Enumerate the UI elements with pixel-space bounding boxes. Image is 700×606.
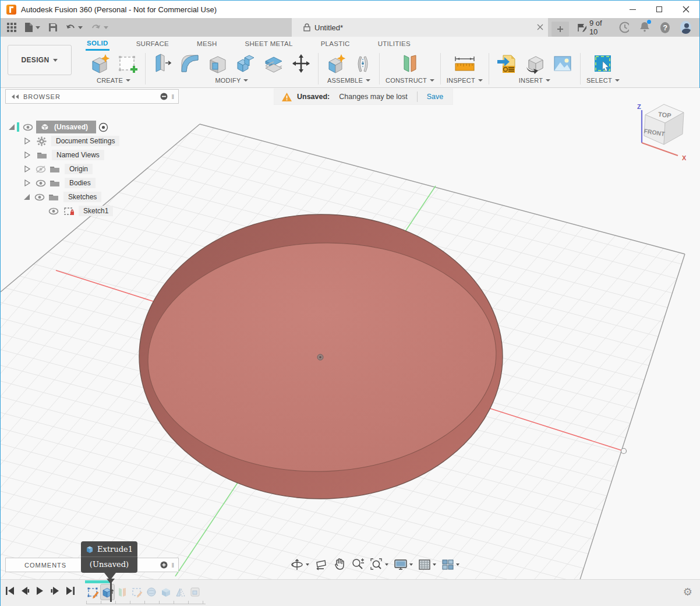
profile-avatar[interactable] — [680, 21, 691, 34]
undo-button[interactable] — [65, 23, 83, 32]
tab-plastic[interactable]: PLASTIC — [320, 38, 351, 50]
visibility-eye-icon[interactable] — [34, 193, 45, 201]
create-sketch-icon[interactable] — [116, 52, 139, 75]
origin-point[interactable] — [317, 354, 323, 360]
job-status-clock-icon[interactable] — [619, 22, 629, 33]
free-documents-counter[interactable]: 9 of 10 — [577, 19, 609, 36]
press-pull-icon[interactable] — [151, 52, 174, 75]
timeline-feature-extrude1[interactable] — [100, 584, 115, 600]
create-dropdown[interactable]: CREATE — [97, 77, 130, 84]
construct-plane-icon[interactable] — [398, 52, 422, 75]
collapsed-arrow-icon[interactable] — [24, 179, 31, 187]
tab-solid[interactable]: SOLID — [86, 37, 109, 51]
view-cube[interactable]: TOP FRONT Z X — [637, 103, 687, 161]
new-component-icon[interactable] — [324, 52, 348, 75]
data-panel-icon[interactable] — [6, 22, 16, 33]
browser-item-sketch1[interactable]: Sketch1 — [5, 205, 113, 217]
browser-item-named-views[interactable]: Named Views — [5, 149, 104, 161]
root-selection-highlight[interactable]: (Unsaved) — [36, 121, 96, 133]
close-button[interactable] — [673, 1, 699, 18]
pan-button[interactable] — [333, 558, 346, 571]
expanded-arrow-icon[interactable] — [8, 123, 16, 131]
insert-svg-icon[interactable] — [495, 52, 518, 75]
save-link[interactable]: Save — [419, 90, 452, 104]
combine-icon[interactable] — [234, 52, 257, 75]
step-forward-button[interactable] — [51, 586, 60, 596]
timeline-position-marker[interactable] — [110, 581, 112, 602]
maximize-button[interactable] — [646, 1, 673, 18]
tab-close-button[interactable] — [537, 22, 543, 33]
timeline-feature-mirror[interactable] — [173, 584, 188, 600]
insert-mesh-icon[interactable] — [523, 52, 546, 75]
browser-panel-header[interactable]: BROWSER ‖ — [5, 89, 179, 104]
grid-settings-button[interactable] — [418, 558, 436, 571]
fillet-icon[interactable] — [178, 52, 201, 75]
collapse-panel-icon[interactable] — [10, 94, 20, 100]
expanded-arrow-icon[interactable] — [23, 193, 31, 201]
minimize-button[interactable] — [619, 1, 646, 18]
axis-end-handle[interactable] — [621, 449, 627, 454]
remove-panel-icon[interactable] — [160, 93, 168, 100]
go-to-start-button[interactable] — [5, 586, 15, 596]
tab-sheet-metal[interactable]: SHEET METAL — [244, 38, 294, 50]
look-at-button[interactable] — [314, 558, 328, 571]
go-to-end-button[interactable] — [66, 586, 75, 596]
model-viewport[interactable]: TOP FRONT Z X Unsaved: Changes may be lo… — [1, 88, 700, 606]
tab-mesh[interactable]: MESH — [196, 38, 218, 50]
collapsed-arrow-icon[interactable] — [24, 137, 31, 145]
tab-utilities[interactable]: UTILITIES — [377, 38, 412, 50]
visibility-off-eye-icon[interactable] — [36, 165, 46, 173]
browser-item-bodies[interactable]: Bodies — [5, 177, 96, 189]
inspect-dropdown[interactable]: INSPECT — [447, 77, 483, 84]
redo-button[interactable] — [91, 23, 108, 32]
new-tab-button[interactable] — [551, 22, 569, 37]
visibility-eye-icon[interactable] — [36, 179, 46, 187]
new-solid-icon[interactable] — [88, 52, 111, 75]
canvas-icon[interactable] — [551, 52, 574, 75]
insert-dropdown[interactable]: INSERT — [519, 77, 550, 84]
panel-grip[interactable]: ‖ — [171, 562, 175, 569]
notifications-button[interactable] — [639, 21, 650, 34]
construct-dropdown[interactable]: CONSTRUCT — [386, 77, 434, 84]
select-dropdown[interactable]: SELECT — [586, 77, 620, 84]
timeline-feature-box[interactable] — [188, 584, 202, 600]
browser-item-sketches[interactable]: Sketches — [5, 191, 101, 203]
tab-surface[interactable]: SURFACE — [135, 38, 170, 50]
offset-face-icon[interactable] — [262, 52, 285, 75]
assemble-dropdown[interactable]: ASSEMBLE — [327, 77, 370, 84]
zoom-window-button[interactable] — [370, 558, 388, 571]
help-button[interactable]: ? — [660, 22, 670, 33]
document-tab[interactable]: Untitled* — [292, 18, 548, 37]
collapsed-arrow-icon[interactable] — [24, 165, 31, 173]
timeline-feature-sphere[interactable] — [144, 584, 158, 600]
play-button[interactable] — [36, 586, 45, 596]
modify-dropdown[interactable]: MODIFY — [215, 77, 249, 84]
timeline-feature-sketch1[interactable] — [86, 584, 100, 600]
collapsed-arrow-icon[interactable] — [24, 151, 31, 159]
activate-component-radio[interactable] — [98, 122, 108, 132]
joint-icon[interactable] — [352, 52, 373, 75]
measure-icon[interactable] — [452, 52, 478, 75]
viewports-button[interactable] — [441, 558, 459, 571]
browser-root-row[interactable]: (Unsaved) — [5, 121, 108, 133]
timeline-settings-gear-icon[interactable]: ⚙ — [683, 586, 692, 598]
browser-item-document-settings[interactable]: Document Settings — [5, 135, 119, 147]
move-copy-icon[interactable] — [290, 52, 312, 75]
orbit-button[interactable] — [291, 558, 309, 571]
timeline-feature-extrude2[interactable] — [158, 584, 173, 600]
panel-grip[interactable]: ‖ — [171, 93, 175, 100]
shell-icon[interactable] — [206, 52, 229, 75]
select-icon[interactable] — [591, 52, 614, 75]
file-menu-button[interactable] — [24, 22, 40, 33]
workspace-selector[interactable]: DESIGN — [8, 45, 72, 75]
timeline-feature-plane[interactable] — [115, 584, 129, 600]
visibility-eye-icon[interactable] — [23, 124, 33, 131]
display-settings-button[interactable] — [394, 558, 413, 571]
save-icon[interactable] — [48, 23, 57, 32]
browser-item-origin[interactable]: Origin — [5, 163, 93, 175]
visibility-eye-icon[interactable] — [48, 207, 59, 215]
add-comment-icon[interactable] — [160, 561, 168, 569]
timeline-feature-sketch2[interactable] — [129, 584, 144, 600]
step-back-button[interactable] — [20, 586, 30, 596]
zoom-button[interactable] — [351, 558, 365, 571]
